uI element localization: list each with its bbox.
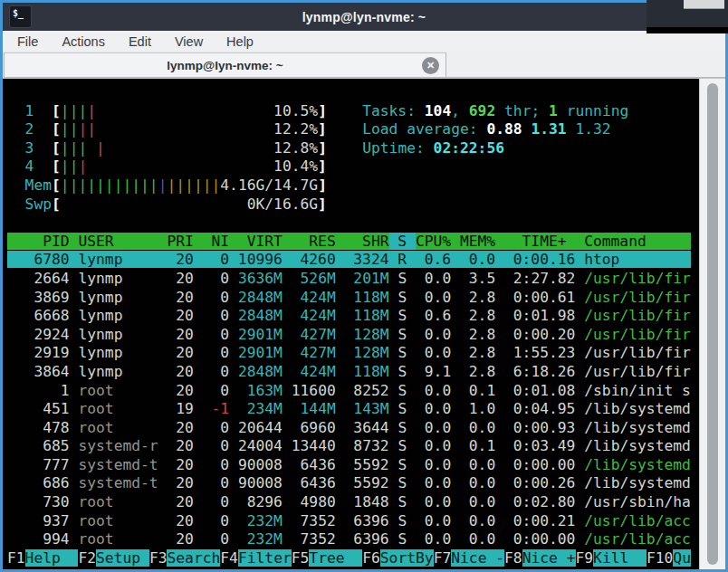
function-key[interactable]: F10	[647, 549, 673, 567]
tab-active[interactable]: lynmp@lyn-nvme: ~ ✕	[4, 52, 446, 78]
menu-item-actions[interactable]: Actions	[50, 34, 117, 49]
function-key[interactable]: F1	[7, 549, 25, 567]
terminal-line: 6668 lynmp 20 0 2848M 424M 118M S 0.6 2.…	[7, 307, 699, 326]
terminal-scrollbar[interactable]	[699, 79, 725, 569]
terminal-line: 730 root 20 0 8296 4980 1848 S 0.0 0.0 0…	[7, 493, 699, 512]
function-key[interactable]: F6	[362, 549, 380, 567]
function-key[interactable]: Tree	[309, 549, 362, 567]
terminal-line: 451 root 19 -1 234M 144M 143M S 0.0 1.0 …	[7, 400, 699, 419]
terminal-line: 994 root 20 0 232M 7352 6396 S 0.0 0.0 0…	[7, 530, 699, 549]
tab-close-button[interactable]: ✕	[422, 57, 439, 74]
function-key[interactable]: F5	[292, 549, 310, 567]
function-key[interactable]: Setup	[96, 549, 149, 567]
terminal-line: Swp[ 0K/16.6G]	[7, 195, 699, 214]
function-key[interactable]: Kill	[593, 549, 647, 567]
terminal-line: 777 systemd-t 20 0 90008 6436 5592 S 0.0…	[7, 456, 699, 475]
terminal-line	[7, 214, 699, 233]
terminal-line: 3864 lynmp 20 0 2848M 424M 118M S 9.1 2.…	[7, 363, 699, 382]
menu-item-file[interactable]: File	[5, 34, 50, 49]
terminal-line: 685 systemd-r 20 0 24004 13440 8732 S 0.…	[7, 437, 699, 456]
terminal-window: $_ lynmp@lyn-nvme: ~ FileActionsEditView…	[0, 0, 728, 572]
terminal-app-icon[interactable]: $_	[9, 5, 32, 28]
terminal-line: 3 [||| | 12.8%] Uptime: 02:22:56	[7, 139, 699, 158]
function-key[interactable]: F3	[149, 549, 168, 567]
function-key[interactable]: Nice -	[451, 549, 504, 567]
terminal-line: F1Help F2Setup F3SearchF4FilterF5Tree F6…	[7, 549, 699, 568]
function-key[interactable]: F4	[220, 549, 238, 567]
terminal-icon-glyph: $_	[13, 8, 24, 18]
function-key[interactable]: F8	[504, 549, 522, 567]
terminal-line: 3869 lynmp 20 0 2848M 424M 118M S 0.0 2.…	[7, 289, 699, 308]
terminal-line: 478 root 20 0 20644 6960 3644 S 0.0 0.0 …	[7, 419, 699, 438]
overlapping-window-shadow-strip	[647, 27, 728, 33]
terminal-line: 1 root 20 0 163M 11600 8252 S 0.0 0.1 0:…	[7, 382, 699, 401]
terminal-line: 2 [|||| 12.2%] Load average: 0.88 1.31 1…	[7, 120, 699, 139]
terminal-line: 2919 lynmp 20 0 2901M 427M 128M S 0.0 2.…	[7, 344, 699, 363]
function-key[interactable]: Nice +	[522, 549, 576, 567]
terminal-line: 4 [||| 10.4%]	[7, 157, 699, 176]
tab-title: lynmp@lyn-nvme: ~	[167, 59, 283, 72]
terminal-screen[interactable]: 1 [|||| 10.5%] Tasks: 104, 692 thr; 1 ru…	[3, 79, 699, 569]
function-key[interactable]: F9	[576, 549, 594, 567]
function-key[interactable]: F7	[434, 549, 452, 567]
menu-item-view[interactable]: View	[163, 34, 215, 49]
overlapping-window-titlebar-fragment	[684, 0, 724, 9]
terminal-line: Mem[||||||||||||||||||4.16G/14.7G]	[7, 176, 699, 195]
screen: $_ lynmp@lyn-nvme: ~ FileActionsEditView…	[0, 0, 728, 572]
terminal-line: PID USER PRI NI VIRT RES SHR S CPU% MEM%…	[7, 233, 699, 252]
terminal-area: 1 [|||| 10.5%] Tasks: 104, 692 thr; 1 ru…	[3, 79, 725, 569]
terminal-line: 686 systemd-t 20 0 90008 6436 5592 S 0.0…	[7, 474, 699, 493]
menu-bar: FileActionsEditViewHelp	[3, 31, 725, 52]
window-title: lynmp@lyn-nvme: ~	[302, 10, 426, 24]
scrollbar-thumb[interactable]	[707, 83, 718, 565]
terminal-line: 6780 lynmp 20 0 10996 4260 3324 R 0.6 0.…	[7, 251, 699, 270]
window-titlebar[interactable]: $_ lynmp@lyn-nvme: ~	[3, 3, 725, 31]
menu-item-help[interactable]: Help	[215, 34, 265, 49]
terminal-line	[7, 83, 699, 102]
tab-bar-empty-area	[446, 52, 725, 78]
terminal-line: 2924 lynmp 20 0 2901M 427M 128M S 0.0 2.…	[7, 326, 699, 345]
function-key[interactable]: Search	[167, 549, 220, 567]
function-key[interactable]: Help	[25, 549, 79, 567]
tab-bar: lynmp@lyn-nvme: ~ ✕	[3, 52, 725, 79]
menu-item-edit[interactable]: Edit	[117, 34, 163, 49]
function-key[interactable]: SortBy	[380, 549, 434, 567]
terminal-line: 2664 lynmp 20 0 3636M 526M 201M S 0.0 3.…	[7, 270, 699, 289]
terminal-line: 1 [|||| 10.5%] Tasks: 104, 692 thr; 1 ru…	[7, 102, 699, 121]
terminal-line: 937 root 20 0 232M 7352 6396 S 0.0 0.0 0…	[7, 512, 699, 531]
function-key[interactable]: Filter	[238, 549, 292, 567]
function-key[interactable]: Qu	[673, 549, 691, 567]
function-key[interactable]: F2	[78, 549, 96, 567]
